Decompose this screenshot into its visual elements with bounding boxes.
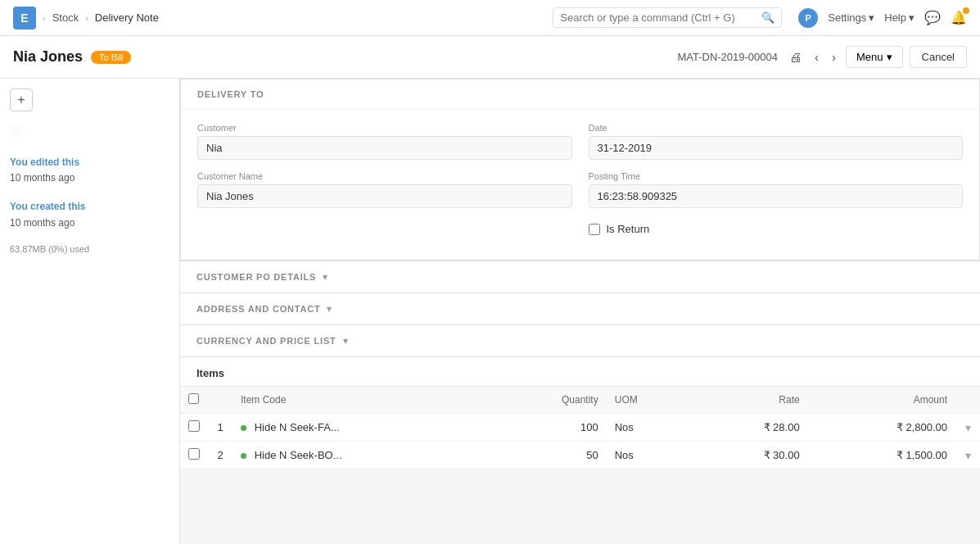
customer-po-header[interactable]: CUSTOMER PO DETAILS ▾ <box>180 261 980 292</box>
row-amount: ₹ 1,500.00 <box>808 442 955 469</box>
row-checkbox-cell <box>180 414 208 442</box>
date-group: Date <box>589 123 964 160</box>
th-amount: Amount <box>808 387 955 414</box>
sidebar-create-time: 10 months ago <box>10 217 75 229</box>
row-item-code[interactable]: Hide N Seek-FA... <box>233 414 490 442</box>
settings-label: Settings <box>828 11 866 24</box>
row-rate: ₹ 30.00 <box>693 442 808 469</box>
item-code-text: Hide N Seek-BO... <box>255 449 342 461</box>
posting-time-input[interactable] <box>589 184 964 208</box>
page-title: Nia Jones <box>13 48 83 66</box>
customer-label: Customer <box>197 123 572 133</box>
item-status-dot <box>241 425 246 431</box>
items-table-head: Item Code Quantity UOM Rate Amount <box>180 387 980 414</box>
help-button[interactable]: Help ▾ <box>884 11 915 24</box>
sidebar-edit-info: You edited this 10 months ago <box>0 152 179 189</box>
table-row: 1 Hide N Seek-FA... 100 Nos ₹ 28.00 ₹ 2,… <box>180 414 980 442</box>
search-bar[interactable]: 🔍 <box>553 7 782 28</box>
is-return-checkbox-row: Is Return <box>589 223 650 235</box>
sidebar-heart-icon: ♡ <box>0 121 179 143</box>
customer-name-input[interactable] <box>197 184 572 208</box>
row-quantity: 100 <box>490 414 607 442</box>
menu-button[interactable]: Menu ▾ <box>846 46 903 68</box>
delivery-to-card: DELIVERY TO Customer Date Customer Name <box>180 79 980 261</box>
app-icon: E <box>13 7 36 29</box>
row-checkbox-cell <box>180 442 208 469</box>
posting-time-label: Posting Time <box>589 171 964 181</box>
prev-doc-button[interactable]: ‹ <box>811 47 822 67</box>
item-code-text: Hide N Seek-FA... <box>255 421 340 433</box>
print-button[interactable]: 🖨 <box>786 47 805 67</box>
delivery-to-body: Customer Date Customer Name Posting Time <box>181 110 979 260</box>
address-header[interactable]: ADDRESS AND CONTACT ▾ <box>180 293 980 324</box>
settings-chevron-icon: ▾ <box>869 11 874 24</box>
cancel-button[interactable]: Cancel <box>910 46 967 68</box>
select-all-checkbox[interactable] <box>188 393 199 404</box>
delivery-to-header: DELIVERY TO <box>181 79 979 110</box>
date-input[interactable] <box>589 136 964 160</box>
row-num: 1 <box>208 414 233 442</box>
th-item-code: Item Code <box>233 387 490 414</box>
currency-header[interactable]: CURRENCY AND PRICE LIST ▾ <box>180 325 980 356</box>
nav-stock[interactable]: Stock <box>52 11 79 24</box>
is-return-checkbox[interactable] <box>589 224 600 235</box>
row-expand-icon[interactable]: ▾ <box>965 421 971 434</box>
th-uom: UOM <box>607 387 693 414</box>
sub-header-actions: 🖨 ‹ › Menu ▾ Cancel <box>786 46 967 68</box>
content-area: DELIVERY TO Customer Date Customer Name <box>180 79 980 544</box>
currency-chevron-icon: ▾ <box>343 335 348 347</box>
th-num <box>208 387 233 414</box>
sidebar-edit-time: 10 months ago <box>10 172 75 184</box>
customer-group: Customer <box>197 123 572 160</box>
status-badge: To Bill <box>91 51 131 64</box>
customer-name-label: Customer Name <box>197 171 572 181</box>
items-title: Items <box>196 367 224 379</box>
is-return-label: Is Return <box>607 223 650 235</box>
help-label: Help <box>884 11 906 24</box>
search-icon: 🔍 <box>761 11 775 24</box>
row-uom: Nos <box>607 442 693 469</box>
customer-input[interactable] <box>197 136 572 160</box>
th-rate: Rate <box>693 387 808 414</box>
customer-name-group: Customer Name <box>197 171 572 208</box>
customer-name-posting-row: Customer Name Posting Time <box>197 171 963 208</box>
search-input[interactable] <box>560 11 756 24</box>
posting-time-group: Posting Time <box>589 171 964 208</box>
user-avatar: P <box>798 8 818 28</box>
th-quantity: Quantity <box>490 387 607 414</box>
items-table-header-row: Item Code Quantity UOM Rate Amount <box>180 387 980 414</box>
sub-header: Nia Jones To Bill MAT-DN-2019-00004 🖨 ‹ … <box>0 36 980 79</box>
top-nav: E › Stock › Delivery Note 🔍 P Settings ▾… <box>0 0 980 36</box>
row-expand-icon[interactable]: ▾ <box>965 449 971 462</box>
nav-right: P Settings ▾ Help ▾ 💬 🔔 <box>798 8 967 28</box>
th-checkbox <box>180 387 208 414</box>
nav-chevron-1: › <box>43 13 46 23</box>
customer-po-title: CUSTOMER PO DETAILS <box>196 272 316 282</box>
items-header: Items <box>180 357 980 386</box>
sidebar-you-edited: You edited this <box>10 156 79 168</box>
items-table: Item Code Quantity UOM Rate Amount 1 <box>180 386 980 469</box>
sidebar-storage-info: 63.87MB (0%) used <box>0 241 179 257</box>
doc-id: MAT-DN-2019-00004 <box>677 51 778 63</box>
table-row: 2 Hide N Seek-BO... 50 Nos ₹ 30.00 ₹ 1,5… <box>180 442 980 469</box>
next-doc-button[interactable]: › <box>829 47 839 67</box>
is-return-row: Is Return <box>197 220 963 235</box>
bell-badge <box>963 7 969 14</box>
row-expand-cell: ▾ <box>955 442 980 469</box>
row-item-code[interactable]: Hide N Seek-BO... <box>233 442 490 469</box>
customer-po-section: CUSTOMER PO DETAILS ▾ <box>180 261 980 292</box>
nav-delivery-note[interactable]: Delivery Note <box>95 11 159 24</box>
address-title: ADDRESS AND CONTACT <box>196 304 320 314</box>
items-section: Items Item Code Quantity UOM Rate Amount <box>180 356 980 469</box>
row-checkbox[interactable] <box>188 448 200 460</box>
row-checkbox[interactable] <box>188 420 200 432</box>
settings-button[interactable]: Settings ▾ <box>828 11 874 24</box>
address-chevron-icon: ▾ <box>327 303 332 315</box>
sidebar-you-created: You created this <box>10 201 85 212</box>
th-expand <box>955 387 980 414</box>
sidebar: + ♡ You edited this 10 months ago You cr… <box>0 79 180 544</box>
chat-icon[interactable]: 💬 <box>924 10 941 25</box>
item-status-dot <box>241 453 246 459</box>
nav-chevron-2: › <box>85 13 88 23</box>
sidebar-add-button[interactable]: + <box>10 88 33 111</box>
